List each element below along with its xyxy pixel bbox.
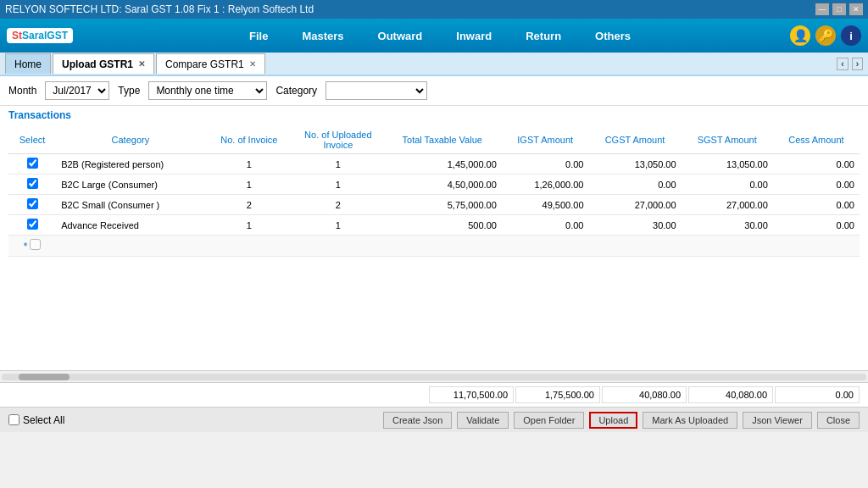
cell-no_uploaded: 1 <box>293 154 382 175</box>
header-icons: 👤 🔑 i <box>790 25 861 46</box>
minimize-button[interactable]: — <box>815 3 829 15</box>
empty-cell <box>383 236 502 257</box>
empty-cell <box>293 236 382 257</box>
cell-no_invoice: 1 <box>205 215 294 236</box>
total-taxable: 11,70,500.00 <box>429 386 514 403</box>
tab-upload-gstr1[interactable]: Upload GSTR1 ✕ <box>53 53 154 74</box>
table-row: Advance Received11500.000.0030.0030.000.… <box>8 215 860 236</box>
col-total-taxable: Total Taxable Value <box>383 125 502 154</box>
cell-sgst: 27,000.00 <box>682 195 773 215</box>
table-row: B2C Large (Consumer)114,50,000.001,26,00… <box>8 175 860 195</box>
header: StSaralGST File Masters Outward Inward R… <box>0 19 868 53</box>
cell-cess: 0.00 <box>773 154 860 175</box>
cell-category: B2C Large (Consumer) <box>56 175 204 195</box>
maximize-button[interactable]: □ <box>832 3 846 15</box>
cell-no_invoice: 1 <box>205 175 294 195</box>
cell-category: B2C Small (Consumer ) <box>56 195 204 215</box>
category-select[interactable] <box>326 81 427 100</box>
cell-igst: 1,26,000.00 <box>502 175 589 195</box>
row-checkbox-2[interactable] <box>27 198 38 209</box>
key-icon[interactable]: 🔑 <box>815 25 836 46</box>
tab-home[interactable]: Home <box>5 53 51 74</box>
cell-cgst: 0.00 <box>589 175 682 195</box>
logo: StSaralGST <box>7 28 73 43</box>
total-cgst: 40,080.00 <box>602 386 687 403</box>
cell-sgst: 30.00 <box>682 215 773 236</box>
cell-total_taxable: 500.00 <box>383 215 502 236</box>
json-viewer-button[interactable]: Json Viewer <box>743 412 812 429</box>
titlebar: RELYON SOFTECH LTD: Saral GST 1.08 Fix 1… <box>0 0 868 19</box>
cell-igst: 0.00 <box>502 154 589 175</box>
col-cgst: CGST Amount <box>589 125 682 154</box>
close-window-button[interactable]: ✕ <box>849 3 863 15</box>
cell-category: Advance Received <box>56 215 204 236</box>
titlebar-title: RELYON SOFTECH LTD: Saral GST 1.08 Fix 1… <box>5 3 314 15</box>
tab-compare-close[interactable]: ✕ <box>249 59 256 69</box>
col-cess: Cess Amount <box>773 125 860 154</box>
nav: File Masters Outward Inward Return Other… <box>90 26 790 46</box>
info-icon[interactable]: i <box>841 25 861 46</box>
table-container: Select Category No. of Invoice No. of Up… <box>0 125 868 370</box>
cell-cess: 0.00 <box>773 195 860 215</box>
row-checkbox-0[interactable] <box>27 158 38 169</box>
tab-nav-next[interactable]: › <box>852 58 863 70</box>
select-all-checkbox[interactable] <box>8 414 19 425</box>
hscroll-track[interactable] <box>2 374 866 380</box>
col-no-uploaded: No. of Uploaded Invoice <box>293 125 382 154</box>
tabs: Home Upload GSTR1 ✕ Compare GSTR1 ✕ ‹ › <box>0 53 868 76</box>
cell-total_taxable: 4,50,000.00 <box>383 175 502 195</box>
upload-button[interactable]: Upload <box>589 412 637 429</box>
col-no-invoice: No. of Invoice <box>205 125 294 154</box>
row-checkbox-3[interactable] <box>27 219 38 230</box>
hscroll <box>0 370 868 382</box>
user-icon[interactable]: 👤 <box>790 25 810 46</box>
tab-upload-close[interactable]: ✕ <box>138 59 145 69</box>
empty-cell <box>205 236 294 257</box>
nav-return[interactable]: Return <box>526 26 561 46</box>
cell-igst: 0.00 <box>502 215 589 236</box>
total-cess: 0.00 <box>775 386 860 403</box>
new-row-checkbox[interactable] <box>30 239 41 250</box>
open-folder-button[interactable]: Open Folder <box>514 412 584 429</box>
cell-no_uploaded: 1 <box>293 215 382 236</box>
nav-inward[interactable]: Inward <box>456 26 492 46</box>
cell-total_taxable: 1,45,000.00 <box>383 154 502 175</box>
empty-cell <box>773 236 860 257</box>
cell-sgst: 13,050.00 <box>682 154 773 175</box>
cell-no_uploaded: 1 <box>293 175 382 195</box>
cell-sgst: 0.00 <box>682 175 773 195</box>
col-igst: IGST Amount <box>502 125 589 154</box>
select-all-label[interactable]: Select All <box>23 414 64 426</box>
month-select[interactable]: Jul/2017 <box>45 81 109 100</box>
titlebar-controls: — □ ✕ <box>815 3 863 15</box>
hscroll-thumb[interactable] <box>19 374 70 380</box>
table-row: B2B (Registered person)111,45,000.000.00… <box>8 154 860 175</box>
category-label: Category <box>275 85 317 97</box>
cell-no_invoice: 2 <box>205 195 294 215</box>
mark-as-uploaded-button[interactable]: Mark As Uploaded <box>643 412 737 429</box>
tab-compare-gstr1[interactable]: Compare GSTR1 ✕ <box>156 53 265 74</box>
toolbar: Month Jul/2017 Type Monthly one time Cat… <box>0 76 868 106</box>
totals-bar: 11,70,500.00 1,75,500.00 40,080.00 40,08… <box>0 382 868 407</box>
tab-nav-prev[interactable]: ‹ <box>837 58 848 70</box>
nav-others[interactable]: Others <box>595 26 631 46</box>
cell-igst: 49,500.00 <box>502 195 589 215</box>
nav-outward[interactable]: Outward <box>378 26 423 46</box>
total-sgst: 40,080.00 <box>688 386 773 403</box>
month-label: Month <box>8 85 36 97</box>
validate-button[interactable]: Validate <box>457 412 509 429</box>
total-igst: 1,75,500.00 <box>515 386 600 403</box>
cell-no_uploaded: 2 <box>293 195 382 215</box>
type-select[interactable]: Monthly one time <box>148 81 267 100</box>
cell-cgst: 30.00 <box>589 215 682 236</box>
data-table: Select Category No. of Invoice No. of Up… <box>8 125 860 257</box>
cell-category: B2B (Registered person) <box>56 154 204 175</box>
bottom-bar: Select All Create Json Validate Open Fol… <box>0 407 868 432</box>
close-button[interactable]: Close <box>817 412 860 429</box>
create-json-button[interactable]: Create Json <box>383 412 452 429</box>
col-select: Select <box>8 125 56 154</box>
row-checkbox-1[interactable] <box>27 178 38 189</box>
nav-file[interactable]: File <box>249 26 268 46</box>
nav-masters[interactable]: Masters <box>302 26 343 46</box>
cell-total_taxable: 5,75,000.00 <box>383 195 502 215</box>
